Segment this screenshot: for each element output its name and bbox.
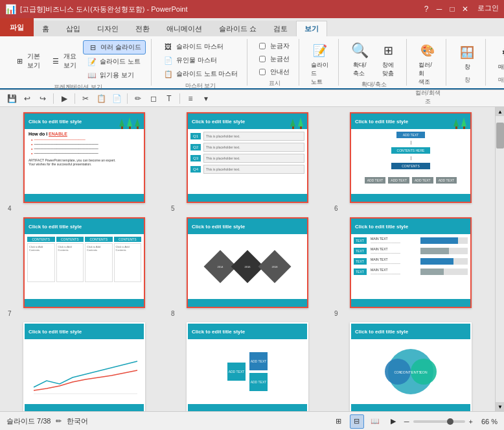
slide-thumb-8[interactable]: Click to edit title style 2014 2016 xyxy=(187,217,308,308)
status-left: 슬라이드 7/38 ✏ 한국어 xyxy=(6,416,88,426)
slide-9-row4: TEXT MAIN TEXT───────────── xyxy=(354,268,468,276)
view-reading-btn[interactable]: 📖 xyxy=(368,414,382,429)
q3-label: Q3 xyxy=(190,155,201,161)
btn-reading-view[interactable]: 📖읽기용 보기 xyxy=(83,69,146,82)
paste-btn[interactable]: 📄 xyxy=(110,92,123,105)
tab-slideshow[interactable]: 슬라이드 쇼 xyxy=(211,21,265,36)
more-btn[interactable]: ▾ xyxy=(200,92,212,105)
slide-10-title: Click to edit title style xyxy=(29,329,82,335)
login-button[interactable]: 로그인 xyxy=(477,3,499,15)
slide-thumb-9[interactable]: Click to edit title style TEXT MAIN TEXT… xyxy=(350,217,472,308)
btn-ruler[interactable]: 눈금자 xyxy=(255,40,293,52)
text-btn[interactable]: T xyxy=(163,92,176,105)
slide-6-trees xyxy=(453,113,466,129)
view-slideshow-btn[interactable]: ▶ xyxy=(386,414,400,429)
btn-zoom[interactable]: 🔍 확대/축소 xyxy=(347,40,372,79)
view-sorter-btn[interactable]: ⊟ xyxy=(350,414,364,429)
help-button[interactable]: ? xyxy=(420,3,432,15)
guides-checkbox[interactable] xyxy=(259,69,266,75)
cut-btn[interactable]: ✂ xyxy=(79,92,92,105)
slide-5-trees xyxy=(290,113,303,129)
slide-10-chart xyxy=(27,342,144,400)
slide-item-8[interactable]: Click to edit title style 2014 2016 xyxy=(168,217,326,317)
slide-5-row1: Q1 This is placeholder text. xyxy=(190,132,304,141)
slide-item-4[interactable]: Click to edit title style xyxy=(5,112,163,212)
slide-thumb-11[interactable]: Click to edit title style ADD TEXT ADD T… xyxy=(187,322,308,411)
slide-5-row4: Q4 This is placeholder text. xyxy=(190,165,304,174)
notes-icon: 📝 xyxy=(311,42,329,60)
play-btn[interactable]: ▶ xyxy=(58,92,71,105)
slide-item-5[interactable]: Click to edit title style xyxy=(168,112,326,212)
slide-8-footer xyxy=(188,299,307,307)
btn-notes-master[interactable]: 📋슬라이드 노트 마스터 xyxy=(159,67,242,80)
slide-thumb-12[interactable]: Click to edit title style CONTENTS CON C… xyxy=(350,322,472,411)
tab-transition[interactable]: 전환 xyxy=(127,21,158,36)
btn-macro[interactable]: ⚙ 매크로 xyxy=(494,42,504,73)
copy-btn[interactable]: 📋 xyxy=(95,92,108,105)
scroll-up-btn[interactable]: ▲ xyxy=(496,107,504,116)
maximize-button[interactable]: □ xyxy=(446,3,458,15)
slide-thumb-5[interactable]: Click to edit title style xyxy=(187,112,308,203)
tab-review[interactable]: 검토 xyxy=(265,21,296,36)
slide-item-11[interactable]: Click to edit title style ADD TEXT ADD T… xyxy=(168,322,326,411)
redo-btn[interactable]: ↪ xyxy=(36,92,49,105)
tab-design[interactable]: 디자인 xyxy=(89,21,127,36)
btn-color[interactable]: 🎨 컬러/회색조 xyxy=(415,40,441,88)
minimize-button[interactable]: ─ xyxy=(433,3,445,15)
slide-5-title: Click to edit title style xyxy=(192,119,245,125)
slide-thumb-4[interactable]: Click to edit title style xyxy=(23,112,145,203)
view-normal-btn[interactable]: ⊞ xyxy=(332,414,346,429)
btn-outline-view[interactable]: ☰개요보기 xyxy=(47,51,80,71)
gridlines-checkbox[interactable] xyxy=(259,56,266,62)
tab-home[interactable]: 홈 xyxy=(34,21,58,36)
scroll-track[interactable] xyxy=(496,116,504,402)
btn-basic-view[interactable]: ⊞기본보기 xyxy=(10,51,44,71)
title-bar-left: 📊 [고급형]비즈니스 도시(자동완성형포함) - PowerPoint xyxy=(5,4,188,14)
org-bottom-row: ADD TEXT ADD TEXT ADD TEXT ADD TEXT xyxy=(365,177,457,184)
save-btn[interactable]: 💾 xyxy=(5,92,18,105)
slide-item-9[interactable]: Click to edit title style TEXT MAIN TEXT… xyxy=(332,217,490,317)
slide-item-6[interactable]: Click to edit title style xyxy=(332,112,490,212)
draw-btn[interactable]: ✏ xyxy=(132,92,144,105)
slide-item-12[interactable]: Click to edit title style CONTENTS CON C… xyxy=(332,322,490,411)
group-master-content: 🖼슬라이드 마스터 📄유인물 마스터 📋슬라이드 노트 마스터 xyxy=(159,40,242,80)
slide-panel[interactable]: Click to edit title style xyxy=(0,107,495,411)
fit-window-icon: ⊞ xyxy=(379,42,397,60)
zoom-plus[interactable]: + xyxy=(469,418,473,425)
slide-info: 슬라이드 7/38 xyxy=(6,416,51,426)
tab-file[interactable]: 파일 xyxy=(0,18,34,36)
shape-btn[interactable]: ◻ xyxy=(147,92,160,105)
btn-slide-notes[interactable]: 📝슬라이드 노트 xyxy=(83,55,146,68)
zoom-level: 66 % xyxy=(477,418,498,425)
slide-12-header: Click to edit title style xyxy=(351,324,470,339)
tab-insert[interactable]: 삽입 xyxy=(58,21,89,36)
slide-thumb-10[interactable]: Click to edit title style xyxy=(23,322,145,411)
slide-thumb-7[interactable]: Click to edit title style CONTENTS CONTE… xyxy=(23,217,145,308)
btn-slide-master[interactable]: 🖼슬라이드 마스터 xyxy=(159,40,242,53)
undo-btn[interactable]: ↩ xyxy=(21,92,34,105)
btn-gridlines[interactable]: 눈금선 xyxy=(255,53,293,65)
ruler-checkbox[interactable] xyxy=(259,43,266,49)
btn-notes[interactable]: 📝 슬라이드노트 xyxy=(307,40,333,88)
tab-animation[interactable]: 애니메이션 xyxy=(158,21,211,36)
align-btn[interactable]: ≡ xyxy=(184,92,197,105)
slide-4-header: Click to edit title style xyxy=(25,113,144,129)
p1-label: TEXT xyxy=(354,237,367,244)
btn-fit-window[interactable]: ⊞ 창에맞춤 xyxy=(375,40,401,79)
btn-handout-master[interactable]: 📄유인물 마스터 xyxy=(159,54,242,67)
close-button[interactable]: ✕ xyxy=(459,3,471,15)
btn-guides[interactable]: 안내선 xyxy=(255,66,293,78)
app-icon: 📊 xyxy=(5,4,16,14)
btn-window[interactable]: 🪟 창 xyxy=(454,42,480,73)
scroll-down-btn[interactable]: ▼ xyxy=(496,402,504,411)
btn-slide-sorter[interactable]: ⊟여러 슬라이드 xyxy=(83,40,146,54)
group-label-window: 창 xyxy=(464,76,470,84)
p3-bar xyxy=(420,258,468,265)
slide-4-bullets: ──────────────── ──────────────────── ──… xyxy=(29,137,140,156)
tab-view[interactable]: 보기 xyxy=(296,21,327,36)
slide-thumb-6[interactable]: Click to edit title style xyxy=(350,112,472,203)
zoom-slider[interactable] xyxy=(413,420,465,423)
slide-item-10[interactable]: Click to edit title style 10 xyxy=(5,322,163,411)
zoom-minus[interactable]: ─ xyxy=(404,418,409,425)
slide-item-7[interactable]: Click to edit title style CONTENTS CONTE… xyxy=(5,217,163,317)
